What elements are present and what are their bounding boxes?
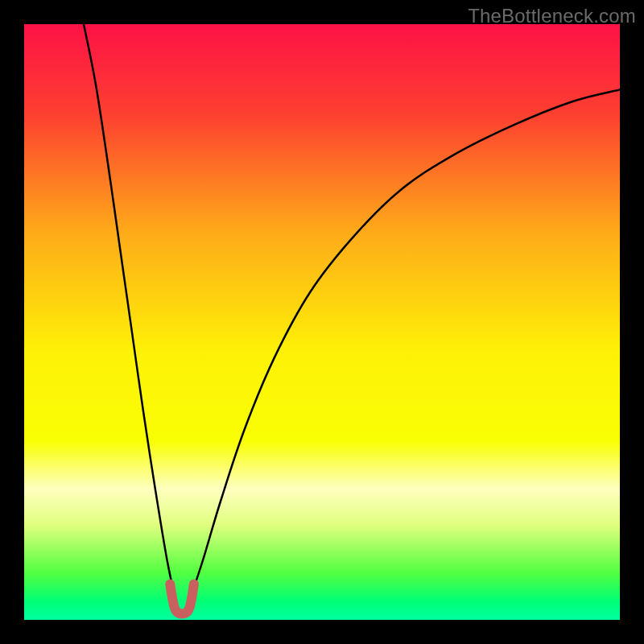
outer-frame: TheBottleneck.com — [0, 0, 644, 644]
plot-area — [24, 24, 620, 620]
curve-layer — [24, 24, 620, 620]
curve-notch — [170, 584, 194, 614]
curve-left-branch — [84, 24, 176, 602]
curve-right-branch — [191, 89, 620, 596]
watermark-text: TheBottleneck.com — [468, 5, 636, 27]
